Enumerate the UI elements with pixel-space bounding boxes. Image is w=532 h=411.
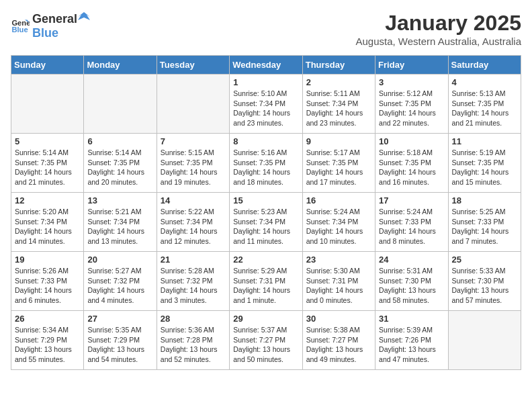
logo-bird-icon: [78, 11, 90, 23]
calendar-cell: [84, 75, 157, 134]
logo-icon: General Blue: [11, 16, 30, 35]
day-number: 20: [87, 255, 152, 265]
calendar-cell: 28Sunrise: 5:36 AM Sunset: 7:28 PM Dayli…: [157, 311, 229, 370]
day-number: 1: [233, 77, 298, 87]
calendar-cell: 13Sunrise: 5:21 AM Sunset: 7:34 PM Dayli…: [84, 193, 157, 252]
calendar-cell: 8Sunrise: 5:16 AM Sunset: 7:35 PM Daylig…: [230, 134, 302, 193]
day-info: Sunrise: 5:30 AM Sunset: 7:31 PM Dayligh…: [306, 266, 371, 306]
day-number: 18: [452, 195, 517, 205]
calendar-cell: 5Sunrise: 5:14 AM Sunset: 7:35 PM Daylig…: [11, 134, 84, 193]
calendar-cell: 2Sunrise: 5:11 AM Sunset: 7:34 PM Daylig…: [302, 75, 375, 134]
calendar-cell: 11Sunrise: 5:19 AM Sunset: 7:35 PM Dayli…: [448, 134, 521, 193]
calendar-cell: 18Sunrise: 5:25 AM Sunset: 7:33 PM Dayli…: [448, 193, 521, 252]
day-number: 9: [306, 136, 371, 146]
day-number: 31: [379, 314, 444, 324]
header-wednesday: Wednesday: [230, 56, 302, 75]
day-number: 5: [15, 136, 80, 146]
day-info: Sunrise: 5:33 AM Sunset: 7:30 PM Dayligh…: [452, 266, 517, 306]
calendar-cell: 31Sunrise: 5:39 AM Sunset: 7:26 PM Dayli…: [375, 311, 448, 370]
day-info: Sunrise: 5:11 AM Sunset: 7:34 PM Dayligh…: [306, 89, 371, 128]
day-number: 26: [15, 314, 80, 324]
svg-text:Blue: Blue: [11, 26, 28, 34]
calendar-cell: 21Sunrise: 5:28 AM Sunset: 7:32 PM Dayli…: [157, 252, 229, 311]
calendar-week-row: 12Sunrise: 5:20 AM Sunset: 7:34 PM Dayli…: [11, 193, 521, 252]
day-info: Sunrise: 5:39 AM Sunset: 7:26 PM Dayligh…: [379, 325, 444, 365]
calendar-cell: 14Sunrise: 5:22 AM Sunset: 7:34 PM Dayli…: [157, 193, 229, 252]
day-number: 30: [306, 314, 371, 324]
day-number: 28: [161, 314, 226, 324]
header-saturday: Saturday: [448, 56, 521, 75]
calendar-cell: 4Sunrise: 5:13 AM Sunset: 7:35 PM Daylig…: [448, 75, 521, 134]
day-info: Sunrise: 5:21 AM Sunset: 7:34 PM Dayligh…: [87, 207, 152, 246]
calendar-cell: 6Sunrise: 5:14 AM Sunset: 7:35 PM Daylig…: [84, 134, 157, 193]
svg-marker-3: [78, 12, 90, 20]
calendar-cell: [11, 75, 84, 134]
day-info: Sunrise: 5:31 AM Sunset: 7:30 PM Dayligh…: [379, 266, 444, 306]
calendar-cell: 15Sunrise: 5:23 AM Sunset: 7:34 PM Dayli…: [230, 193, 302, 252]
calendar-cell: 30Sunrise: 5:38 AM Sunset: 7:27 PM Dayli…: [302, 311, 375, 370]
calendar-week-row: 26Sunrise: 5:34 AM Sunset: 7:29 PM Dayli…: [11, 311, 521, 370]
calendar-cell: 26Sunrise: 5:34 AM Sunset: 7:29 PM Dayli…: [11, 311, 84, 370]
day-number: 25: [452, 255, 517, 265]
calendar-cell: 27Sunrise: 5:35 AM Sunset: 7:29 PM Dayli…: [84, 311, 157, 370]
day-info: Sunrise: 5:23 AM Sunset: 7:34 PM Dayligh…: [233, 207, 298, 246]
calendar-week-row: 5Sunrise: 5:14 AM Sunset: 7:35 PM Daylig…: [11, 134, 521, 193]
calendar-cell: 10Sunrise: 5:18 AM Sunset: 7:35 PM Dayli…: [375, 134, 448, 193]
calendar-header-row: SundayMondayTuesdayWednesdayThursdayFrid…: [11, 56, 521, 75]
header-friday: Friday: [375, 56, 448, 75]
day-info: Sunrise: 5:24 AM Sunset: 7:34 PM Dayligh…: [306, 207, 371, 246]
day-info: Sunrise: 5:17 AM Sunset: 7:35 PM Dayligh…: [306, 148, 371, 187]
day-number: 24: [379, 255, 444, 265]
day-number: 11: [452, 136, 517, 146]
day-number: 14: [161, 195, 226, 205]
header-tuesday: Tuesday: [157, 56, 229, 75]
day-info: Sunrise: 5:14 AM Sunset: 7:35 PM Dayligh…: [87, 148, 152, 187]
calendar-cell: [448, 311, 521, 370]
day-number: 13: [87, 195, 152, 205]
day-number: 17: [379, 195, 444, 205]
day-number: 12: [15, 195, 80, 205]
day-number: 22: [233, 255, 298, 265]
header-sunday: Sunday: [11, 56, 84, 75]
location: Augusta, Western Australia, Australia: [355, 36, 521, 47]
calendar-cell: 19Sunrise: 5:26 AM Sunset: 7:33 PM Dayli…: [11, 252, 84, 311]
day-info: Sunrise: 5:15 AM Sunset: 7:35 PM Dayligh…: [161, 148, 226, 187]
day-info: Sunrise: 5:38 AM Sunset: 7:27 PM Dayligh…: [306, 325, 371, 365]
day-number: 27: [87, 314, 152, 324]
day-info: Sunrise: 5:26 AM Sunset: 7:33 PM Dayligh…: [15, 266, 80, 306]
day-info: Sunrise: 5:10 AM Sunset: 7:34 PM Dayligh…: [233, 89, 298, 128]
calendar-cell: 16Sunrise: 5:24 AM Sunset: 7:34 PM Dayli…: [302, 193, 375, 252]
day-number: 16: [306, 195, 371, 205]
day-info: Sunrise: 5:20 AM Sunset: 7:34 PM Dayligh…: [15, 207, 80, 246]
calendar-cell: 25Sunrise: 5:33 AM Sunset: 7:30 PM Dayli…: [448, 252, 521, 311]
header-monday: Monday: [84, 56, 157, 75]
day-info: Sunrise: 5:35 AM Sunset: 7:29 PM Dayligh…: [87, 325, 152, 365]
day-number: 15: [233, 195, 298, 205]
calendar-cell: 1Sunrise: 5:10 AM Sunset: 7:34 PM Daylig…: [230, 75, 302, 134]
day-info: Sunrise: 5:25 AM Sunset: 7:33 PM Dayligh…: [452, 207, 517, 246]
day-number: 3: [379, 77, 444, 87]
day-info: Sunrise: 5:27 AM Sunset: 7:32 PM Dayligh…: [87, 266, 152, 306]
day-number: 23: [306, 255, 371, 265]
logo: General Blue General Blue: [11, 11, 91, 40]
day-info: Sunrise: 5:24 AM Sunset: 7:33 PM Dayligh…: [379, 207, 444, 246]
day-number: 29: [233, 314, 298, 324]
day-info: Sunrise: 5:29 AM Sunset: 7:31 PM Dayligh…: [233, 266, 298, 306]
day-number: 4: [452, 77, 517, 87]
calendar-week-row: 1Sunrise: 5:10 AM Sunset: 7:34 PM Daylig…: [11, 75, 521, 134]
calendar-table: SundayMondayTuesdayWednesdayThursdayFrid…: [11, 55, 521, 370]
calendar-cell: 20Sunrise: 5:27 AM Sunset: 7:32 PM Dayli…: [84, 252, 157, 311]
calendar-cell: 7Sunrise: 5:15 AM Sunset: 7:35 PM Daylig…: [157, 134, 229, 193]
calendar-cell: [157, 75, 229, 134]
calendar-cell: 22Sunrise: 5:29 AM Sunset: 7:31 PM Dayli…: [230, 252, 302, 311]
day-info: Sunrise: 5:28 AM Sunset: 7:32 PM Dayligh…: [161, 266, 226, 306]
calendar-cell: 24Sunrise: 5:31 AM Sunset: 7:30 PM Dayli…: [375, 252, 448, 311]
day-number: 10: [379, 136, 444, 146]
title-block: January 2025 Augusta, Western Australia,…: [355, 11, 521, 47]
day-number: 7: [161, 136, 226, 146]
calendar-week-row: 19Sunrise: 5:26 AM Sunset: 7:33 PM Dayli…: [11, 252, 521, 311]
day-number: 2: [306, 77, 371, 87]
day-info: Sunrise: 5:13 AM Sunset: 7:35 PM Dayligh…: [452, 89, 517, 128]
day-info: Sunrise: 5:19 AM Sunset: 7:35 PM Dayligh…: [452, 148, 517, 187]
month-title: January 2025: [355, 11, 521, 36]
